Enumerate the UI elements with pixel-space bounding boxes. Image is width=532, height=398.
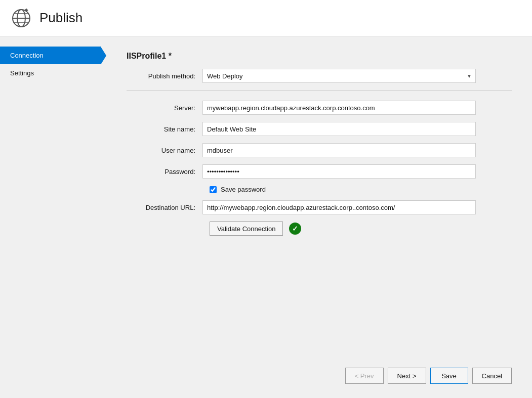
password-input[interactable] bbox=[202, 164, 476, 179]
publish-method-select[interactable]: Web Deploy Web Deploy Package FTP File S… bbox=[202, 69, 476, 83]
site-name-input[interactable] bbox=[202, 122, 476, 136]
form-divider bbox=[127, 90, 512, 91]
save-password-row: Save password bbox=[210, 186, 512, 193]
validate-connection-button[interactable]: Validate Connection bbox=[210, 222, 283, 236]
prev-button[interactable]: < Prev bbox=[345, 368, 384, 384]
site-name-label: Site name: bbox=[127, 125, 202, 133]
destination-url-input[interactable] bbox=[202, 200, 476, 214]
header: Publish bbox=[0, 0, 532, 36]
server-label: Server: bbox=[127, 104, 202, 112]
server-input[interactable] bbox=[202, 101, 476, 115]
publish-method-row: Publish method: Web Deploy Web Deploy Pa… bbox=[127, 69, 512, 83]
profile-title: IISProfile1 * bbox=[127, 52, 512, 61]
site-name-row: Site name: bbox=[127, 122, 512, 136]
form-section: Publish method: Web Deploy Web Deploy Pa… bbox=[127, 69, 512, 360]
password-row: Password: bbox=[127, 164, 512, 179]
destination-url-label: Destination URL: bbox=[127, 204, 202, 211]
cancel-button[interactable]: Cancel bbox=[472, 368, 512, 384]
save-password-checkbox[interactable] bbox=[210, 186, 217, 193]
page-title: Publish bbox=[39, 10, 83, 26]
main-layout: Connection Settings IISProfile1 * Publis… bbox=[0, 36, 532, 398]
content-area: IISProfile1 * Publish method: Web Deploy… bbox=[101, 36, 532, 398]
save-password-label[interactable]: Save password bbox=[221, 186, 266, 193]
next-button[interactable]: Next > bbox=[388, 368, 426, 384]
sidebar-item-settings[interactable]: Settings bbox=[0, 64, 101, 82]
publish-method-select-wrapper: Web Deploy Web Deploy Package FTP File S… bbox=[202, 69, 476, 83]
publish-globe-icon bbox=[10, 7, 32, 29]
save-button[interactable]: Save bbox=[430, 368, 468, 384]
destination-url-row: Destination URL: bbox=[127, 200, 512, 214]
validation-success-indicator: ✓ bbox=[289, 223, 301, 235]
sidebar-item-connection[interactable]: Connection bbox=[0, 47, 101, 64]
password-label: Password: bbox=[127, 168, 202, 175]
publish-method-label: Publish method: bbox=[127, 72, 202, 80]
server-row: Server: bbox=[127, 101, 512, 115]
validation-check-icon: ✓ bbox=[289, 223, 301, 235]
sidebar: Connection Settings bbox=[0, 36, 101, 398]
validate-connection-row: Validate Connection ✓ bbox=[210, 222, 512, 236]
user-name-input[interactable] bbox=[202, 143, 476, 157]
user-name-row: User name: bbox=[127, 143, 512, 157]
footer-buttons: < Prev Next > Save Cancel bbox=[127, 360, 512, 388]
user-name-label: User name: bbox=[127, 147, 202, 154]
